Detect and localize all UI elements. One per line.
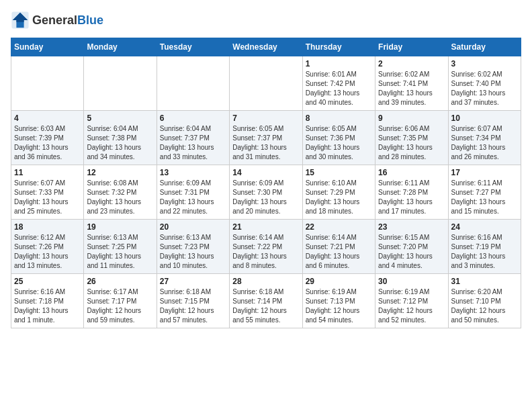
- day-info: Sunrise: 6:20 AM Sunset: 7:10 PM Dayligh…: [451, 287, 518, 325]
- day-info: Sunrise: 6:05 AM Sunset: 7:37 PM Dayligh…: [232, 124, 299, 162]
- calendar-cell: 13Sunrise: 6:09 AM Sunset: 7:31 PM Dayli…: [157, 165, 229, 220]
- calendar-cell: 26Sunrise: 6:17 AM Sunset: 7:17 PM Dayli…: [84, 274, 157, 328]
- calendar-week-row: 1Sunrise: 6:01 AM Sunset: 7:42 PM Daylig…: [11, 56, 521, 111]
- day-info: Sunrise: 6:14 AM Sunset: 7:21 PM Dayligh…: [306, 233, 372, 271]
- day-number: 14: [232, 168, 299, 177]
- calendar-week-row: 4Sunrise: 6:03 AM Sunset: 7:39 PM Daylig…: [11, 111, 521, 165]
- day-number: 17: [451, 168, 518, 177]
- day-info: Sunrise: 6:18 AM Sunset: 7:15 PM Dayligh…: [160, 287, 226, 325]
- calendar-cell: 5Sunrise: 6:04 AM Sunset: 7:38 PM Daylig…: [84, 111, 157, 165]
- calendar-cell: 19Sunrise: 6:13 AM Sunset: 7:25 PM Dayli…: [84, 220, 157, 274]
- calendar-cell: 27Sunrise: 6:18 AM Sunset: 7:15 PM Dayli…: [157, 274, 229, 328]
- day-info: Sunrise: 6:07 AM Sunset: 7:33 PM Dayligh…: [14, 179, 81, 216]
- calendar-cell: 4Sunrise: 6:03 AM Sunset: 7:39 PM Daylig…: [11, 111, 84, 165]
- calendar-cell: 23Sunrise: 6:15 AM Sunset: 7:20 PM Dayli…: [375, 220, 448, 274]
- day-number: 21: [232, 222, 299, 232]
- day-number: 30: [378, 277, 445, 286]
- day-info: Sunrise: 6:13 AM Sunset: 7:23 PM Dayligh…: [160, 233, 226, 271]
- calendar-cell: [84, 56, 157, 111]
- day-number: 18: [14, 222, 81, 232]
- day-info: Sunrise: 6:01 AM Sunset: 7:42 PM Dayligh…: [306, 70, 372, 107]
- page-header: GeneralBlue: [11, 11, 521, 30]
- day-number: 1: [306, 59, 372, 68]
- day-info: Sunrise: 6:19 AM Sunset: 7:12 PM Dayligh…: [378, 287, 445, 325]
- day-info: Sunrise: 6:17 AM Sunset: 7:17 PM Dayligh…: [87, 287, 153, 325]
- day-info: Sunrise: 6:19 AM Sunset: 7:13 PM Dayligh…: [306, 287, 372, 325]
- calendar-cell: 1Sunrise: 6:01 AM Sunset: 7:42 PM Daylig…: [302, 56, 375, 111]
- weekday-header-friday: Friday: [375, 38, 448, 56]
- calendar-cell: 10Sunrise: 6:07 AM Sunset: 7:34 PM Dayli…: [448, 111, 521, 165]
- weekday-header-thursday: Thursday: [302, 38, 375, 56]
- day-info: Sunrise: 6:07 AM Sunset: 7:34 PM Dayligh…: [451, 124, 518, 162]
- day-info: Sunrise: 6:06 AM Sunset: 7:35 PM Dayligh…: [378, 124, 445, 162]
- weekday-header-monday: Monday: [84, 38, 157, 56]
- day-info: Sunrise: 6:04 AM Sunset: 7:38 PM Dayligh…: [87, 124, 153, 162]
- calendar-cell: 28Sunrise: 6:18 AM Sunset: 7:14 PM Dayli…: [230, 274, 302, 328]
- calendar-cell: [11, 56, 84, 111]
- day-number: 10: [451, 113, 518, 123]
- day-number: 11: [14, 168, 81, 177]
- day-info: Sunrise: 6:03 AM Sunset: 7:39 PM Dayligh…: [14, 124, 81, 162]
- day-info: Sunrise: 6:04 AM Sunset: 7:37 PM Dayligh…: [160, 124, 226, 162]
- day-number: 27: [160, 277, 226, 286]
- calendar-week-row: 11Sunrise: 6:07 AM Sunset: 7:33 PM Dayli…: [11, 165, 521, 220]
- day-number: 19: [87, 222, 153, 232]
- day-info: Sunrise: 6:02 AM Sunset: 7:41 PM Dayligh…: [378, 70, 445, 107]
- calendar-cell: 2Sunrise: 6:02 AM Sunset: 7:41 PM Daylig…: [375, 56, 448, 111]
- day-number: 2: [378, 59, 445, 68]
- logo-text: GeneralBlue: [32, 13, 103, 28]
- logo-icon: [11, 11, 30, 30]
- day-number: 13: [160, 168, 226, 177]
- day-number: 5: [87, 113, 153, 123]
- calendar-cell: 29Sunrise: 6:19 AM Sunset: 7:13 PM Dayli…: [302, 274, 375, 328]
- weekday-header-wednesday: Wednesday: [230, 38, 302, 56]
- calendar-cell: 15Sunrise: 6:10 AM Sunset: 7:29 PM Dayli…: [302, 165, 375, 220]
- day-number: 29: [306, 277, 372, 286]
- calendar-cell: 25Sunrise: 6:16 AM Sunset: 7:18 PM Dayli…: [11, 274, 84, 328]
- calendar-cell: 7Sunrise: 6:05 AM Sunset: 7:37 PM Daylig…: [230, 111, 302, 165]
- day-number: 15: [306, 168, 372, 177]
- calendar-cell: 6Sunrise: 6:04 AM Sunset: 7:37 PM Daylig…: [157, 111, 229, 165]
- calendar-cell: 8Sunrise: 6:05 AM Sunset: 7:36 PM Daylig…: [302, 111, 375, 165]
- day-info: Sunrise: 6:13 AM Sunset: 7:25 PM Dayligh…: [87, 233, 153, 271]
- calendar-cell: 30Sunrise: 6:19 AM Sunset: 7:12 PM Dayli…: [375, 274, 448, 328]
- day-number: 20: [160, 222, 226, 232]
- day-number: 26: [87, 277, 153, 286]
- calendar-cell: 21Sunrise: 6:14 AM Sunset: 7:22 PM Dayli…: [230, 220, 302, 274]
- day-number: 8: [306, 113, 372, 123]
- day-number: 25: [14, 277, 81, 286]
- calendar-cell: 9Sunrise: 6:06 AM Sunset: 7:35 PM Daylig…: [375, 111, 448, 165]
- day-info: Sunrise: 6:16 AM Sunset: 7:19 PM Dayligh…: [451, 233, 518, 271]
- day-number: 9: [378, 113, 445, 123]
- calendar-cell: 14Sunrise: 6:09 AM Sunset: 7:30 PM Dayli…: [230, 165, 302, 220]
- calendar-cell: 20Sunrise: 6:13 AM Sunset: 7:23 PM Dayli…: [157, 220, 229, 274]
- weekday-header-row: SundayMondayTuesdayWednesdayThursdayFrid…: [11, 38, 521, 56]
- day-info: Sunrise: 6:08 AM Sunset: 7:32 PM Dayligh…: [87, 179, 153, 216]
- day-info: Sunrise: 6:14 AM Sunset: 7:22 PM Dayligh…: [232, 233, 299, 271]
- calendar-cell: 17Sunrise: 6:11 AM Sunset: 7:27 PM Dayli…: [448, 165, 521, 220]
- calendar-cell: 16Sunrise: 6:11 AM Sunset: 7:28 PM Dayli…: [375, 165, 448, 220]
- calendar-cell: 18Sunrise: 6:12 AM Sunset: 7:26 PM Dayli…: [11, 220, 84, 274]
- day-info: Sunrise: 6:12 AM Sunset: 7:26 PM Dayligh…: [14, 233, 81, 271]
- calendar-cell: 24Sunrise: 6:16 AM Sunset: 7:19 PM Dayli…: [448, 220, 521, 274]
- calendar-cell: 12Sunrise: 6:08 AM Sunset: 7:32 PM Dayli…: [84, 165, 157, 220]
- day-number: 4: [14, 113, 81, 123]
- day-info: Sunrise: 6:02 AM Sunset: 7:40 PM Dayligh…: [451, 70, 518, 107]
- day-number: 23: [378, 222, 445, 232]
- weekday-header-saturday: Saturday: [448, 38, 521, 56]
- day-info: Sunrise: 6:11 AM Sunset: 7:28 PM Dayligh…: [378, 179, 445, 216]
- day-info: Sunrise: 6:09 AM Sunset: 7:30 PM Dayligh…: [232, 179, 299, 216]
- calendar-cell: 22Sunrise: 6:14 AM Sunset: 7:21 PM Dayli…: [302, 220, 375, 274]
- day-info: Sunrise: 6:18 AM Sunset: 7:14 PM Dayligh…: [232, 287, 299, 325]
- calendar-cell: 31Sunrise: 6:20 AM Sunset: 7:10 PM Dayli…: [448, 274, 521, 328]
- calendar-cell: 3Sunrise: 6:02 AM Sunset: 7:40 PM Daylig…: [448, 56, 521, 111]
- day-number: 31: [451, 277, 518, 286]
- day-number: 22: [306, 222, 372, 232]
- weekday-header-tuesday: Tuesday: [157, 38, 229, 56]
- day-info: Sunrise: 6:05 AM Sunset: 7:36 PM Dayligh…: [306, 124, 372, 162]
- day-number: 3: [451, 59, 518, 68]
- day-info: Sunrise: 6:15 AM Sunset: 7:20 PM Dayligh…: [378, 233, 445, 271]
- day-number: 16: [378, 168, 445, 177]
- calendar-table: SundayMondayTuesdayWednesdayThursdayFrid…: [11, 38, 521, 328]
- day-number: 6: [160, 113, 226, 123]
